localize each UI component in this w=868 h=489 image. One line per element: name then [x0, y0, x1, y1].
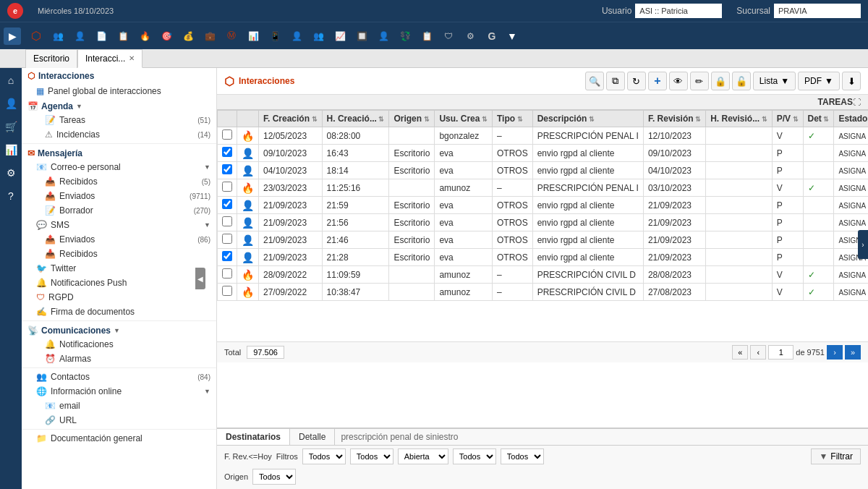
left-icon-home[interactable]: ⌂	[2, 72, 20, 89]
sidebar-item-notificaciones[interactable]: 🔔 Notificaciones	[22, 337, 216, 352]
first-page-button[interactable]: «	[732, 345, 748, 360]
cell-checkbox[interactable]	[218, 249, 237, 266]
col-pv[interactable]: P/V ⇅	[772, 111, 803, 127]
toolbar-icon-21[interactable]: ⚙	[460, 26, 480, 46]
sidebar-item-panel-global[interactable]: ▦ Panel global de interacciones	[22, 84, 216, 98]
sidebar-item-twitter[interactable]: 🐦 Twitter	[22, 261, 216, 276]
row-checkbox[interactable]	[222, 268, 232, 278]
filter-select-4[interactable]: Todos	[501, 448, 544, 464]
left-icon-question[interactable]: ?	[2, 187, 20, 205]
table-row[interactable]: 👤 21/09/2023 21:46 Escritorio eva OTROS …	[218, 231, 869, 249]
tab-destinatarios[interactable]: Destinatarios	[217, 429, 290, 445]
sidebar-item-contactos[interactable]: 👥 Contactos (84)	[22, 370, 216, 384]
sidebar-item-correo-personal[interactable]: 📧 Correo-e personal ▼	[22, 160, 216, 174]
add-button[interactable]: +	[648, 72, 667, 90]
col-usu-crea[interactable]: Usu. Crea ⇅	[435, 111, 493, 127]
sidebar-item-borrador[interactable]: 📝 Borrador (270)	[22, 203, 216, 218]
collapse-sidebar-button[interactable]: ◀	[195, 268, 205, 289]
cell-checkbox[interactable]	[218, 214, 237, 231]
toolbar-icon-19[interactable]: 📋	[417, 26, 437, 46]
row-checkbox[interactable]	[222, 216, 232, 226]
sucursal-input[interactable]	[774, 4, 861, 18]
sidebar-item-sms[interactable]: 💬 SMS ▼	[22, 218, 216, 232]
toolbar-icon-6[interactable]: 🔥	[135, 26, 155, 46]
sidebar-item-tareas[interactable]: 📝 Tareas (51)	[22, 113, 216, 127]
toolbar-icon-g[interactable]: G	[482, 26, 502, 46]
app-logo[interactable]: e	[7, 3, 23, 19]
toolbar-icon-15[interactable]: 📈	[330, 26, 350, 46]
toolbar-icon-2[interactable]: 👥	[48, 26, 68, 46]
sidebar-item-recibidos[interactable]: 📥 Recibidos (5)	[22, 174, 216, 189]
table-row[interactable]: 🔥 27/09/2022 10:38:47 amunoz – PRESCRIPC…	[218, 284, 869, 301]
cell-checkbox[interactable]	[218, 145, 237, 162]
toolbar-icon-7[interactable]: 🎯	[156, 26, 176, 46]
toolbar-icon-10[interactable]: Ⓜ	[221, 26, 242, 46]
toolbar-icon-14[interactable]: 👥	[308, 26, 328, 46]
export-button[interactable]: ⬇	[842, 72, 861, 90]
row-checkbox[interactable]	[222, 199, 232, 209]
row-checkbox[interactable]	[222, 147, 232, 157]
sidebar-toggle-button[interactable]: ▶	[4, 27, 21, 45]
sidebar-item-url[interactable]: 🔗 URL	[22, 413, 216, 428]
row-checkbox[interactable]	[222, 129, 232, 140]
cell-checkbox[interactable]	[218, 179, 237, 197]
cell-checkbox[interactable]	[218, 162, 237, 179]
toolbar-icon-16[interactable]: 🔲	[352, 26, 372, 46]
col-descripcion[interactable]: Descripción ⇅	[532, 111, 643, 127]
usuario-input[interactable]	[635, 4, 722, 18]
toolbar-icon-3[interactable]: 👤	[69, 26, 90, 46]
table-row[interactable]: 👤 21/09/2023 21:56 Escritorio eva OTROS …	[218, 214, 869, 231]
sidebar-group-comunicaciones[interactable]: 📡 Comunicaciones ▼	[22, 323, 216, 337]
sidebar-item-email[interactable]: 📧 email	[22, 399, 216, 413]
table-row[interactable]: 👤 04/10/2023 18:14 Escritorio eva OTROS …	[218, 162, 869, 179]
table-row[interactable]: 👤 21/09/2023 21:28 Escritorio eva OTROS …	[218, 249, 869, 266]
page-number-input[interactable]	[768, 345, 793, 360]
filter-select-3[interactable]: Todos	[453, 448, 496, 464]
col-estado[interactable]: Estado	[834, 111, 868, 127]
row-checkbox[interactable]	[222, 251, 232, 261]
col-det[interactable]: Det ⇅	[803, 111, 834, 127]
sidebar-item-sms-enviados[interactable]: 📤 Enviados (86)	[22, 232, 216, 247]
table-row[interactable]: 🔥 12/05/2023 08:28:00 bgonzalez – PRESCR…	[218, 127, 869, 145]
toolbar-icon-13[interactable]: 👤	[286, 26, 307, 46]
toolbar-icon-1[interactable]: ⬡	[26, 26, 46, 46]
cell-checkbox[interactable]	[218, 284, 237, 301]
unlock-button[interactable]: 🔓	[732, 72, 751, 90]
row-checkbox[interactable]	[222, 164, 232, 174]
left-icon-chart[interactable]: 📊	[2, 141, 20, 158]
lock-button[interactable]: 🔒	[711, 72, 730, 90]
cell-checkbox[interactable]	[218, 266, 237, 284]
toolbar-icon-17[interactable]: 👤	[373, 26, 393, 46]
toolbar-icon-11[interactable]: 📊	[243, 26, 263, 46]
tab-interacci-close[interactable]: ✕	[129, 54, 135, 62]
cell-checkbox[interactable]	[218, 127, 237, 145]
origen-select[interactable]: Todos	[252, 469, 296, 485]
tab-interacci[interactable]: Interacci... ✕	[77, 49, 142, 68]
row-checkbox[interactable]	[222, 286, 232, 296]
left-icon-cart[interactable]: 🛒	[2, 118, 20, 135]
toolbar-icon-18[interactable]: 💱	[395, 26, 415, 46]
col-h-revision[interactable]: H. Revisió... ⇅	[706, 111, 773, 127]
col-origen[interactable]: Origen ⇅	[389, 111, 435, 127]
view-button[interactable]: 👁	[669, 72, 688, 90]
table-row[interactable]: 🔥 28/09/2022 11:09:59 amunoz – PRESCRIPC…	[218, 266, 869, 284]
toolbar-more-button[interactable]: ▼	[503, 30, 521, 42]
col-f-creacion[interactable]: F. Creación ⇅	[259, 111, 323, 127]
sidebar-group-agenda[interactable]: 📅 Agenda ▼	[22, 98, 216, 113]
right-scroll-chevron[interactable]: ›	[858, 230, 868, 259]
col-h-creacion[interactable]: H. Creació... ⇅	[322, 111, 389, 127]
sidebar-item-firma-documentos[interactable]: ✍ Firma de documentos	[22, 305, 216, 319]
filter-select-estado[interactable]: Abierta Cerrada Todos	[398, 448, 448, 464]
filtrar-button[interactable]: ▼ Filtrar	[811, 448, 861, 464]
table-row[interactable]: 🔥 23/03/2023 11:25:16 amunoz – PRESCRIPC…	[218, 179, 869, 197]
col-tipo[interactable]: Tipo ⇅	[492, 111, 532, 127]
filter-select-2[interactable]: Todos	[350, 448, 393, 464]
table-scroll[interactable]: F. Creación ⇅ H. Creació... ⇅ Origen ⇅ U…	[217, 110, 868, 341]
sidebar-item-notificaciones-push[interactable]: 🔔 Notificaciones Push	[22, 276, 216, 290]
row-checkbox[interactable]	[222, 182, 232, 192]
toolbar-icon-8[interactable]: 💰	[178, 26, 198, 46]
row-checkbox[interactable]	[222, 234, 232, 244]
sidebar-item-rgpd[interactable]: 🛡 RGPD	[22, 290, 216, 305]
tab-escritorio[interactable]: Escritorio	[25, 49, 77, 68]
toolbar-icon-5[interactable]: 📋	[113, 26, 133, 46]
